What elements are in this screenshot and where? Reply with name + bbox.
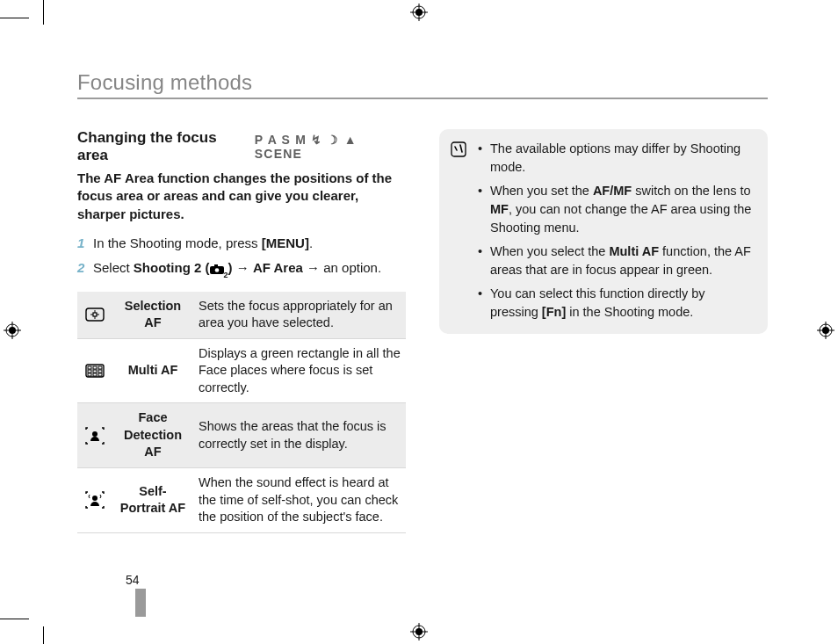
crop-mark xyxy=(43,626,44,644)
steps-list: 1In the Shooting mode, press [MENU].2Sel… xyxy=(77,234,406,281)
svg-rect-27 xyxy=(93,366,97,369)
step-number: 1 xyxy=(77,234,84,253)
crop-mark xyxy=(43,0,44,25)
option-desc: Sets the focus appropriately for an area… xyxy=(193,292,406,339)
svg-rect-34 xyxy=(98,373,102,376)
page-tab-marker xyxy=(135,589,146,617)
face-detection-af-icon xyxy=(85,427,105,445)
table-row: Multi AF Displays a green rectangle in a… xyxy=(77,338,406,403)
option-desc: Displays a green rectangle in all the Fa… xyxy=(193,338,406,403)
option-name: Face Detection AF xyxy=(112,403,193,468)
svg-point-36 xyxy=(92,496,98,501)
page-number: 54 xyxy=(126,573,140,587)
registration-mark-icon xyxy=(410,4,428,21)
step-number: 2 xyxy=(77,258,84,278)
camera-icon: 2 xyxy=(210,260,228,281)
svg-rect-33 xyxy=(93,373,97,376)
note-item: When you select the Multi AF function, t… xyxy=(478,242,754,279)
svg-rect-28 xyxy=(98,366,102,369)
mode-icons: P A S M ↯ ☽ ▲ SCENE xyxy=(255,133,406,161)
svg-rect-37 xyxy=(452,142,466,156)
svg-rect-26 xyxy=(88,366,91,369)
note-item: You can select this function directly by… xyxy=(478,285,754,322)
note-item: When you set the AF/MF switch on the len… xyxy=(478,182,754,237)
option-name: Self-Portrait AF xyxy=(112,468,193,533)
step-item: 1In the Shooting mode, press [MENU]. xyxy=(77,234,406,253)
option-name: Multi AF xyxy=(112,338,193,403)
svg-rect-17 xyxy=(214,264,218,267)
left-column: Changing the focus area P A S M ↯ ☽ ▲ SC… xyxy=(77,129,406,533)
option-desc: Shows the areas that the focus is correc… xyxy=(193,403,406,468)
af-options-table: Selection AF Sets the focus appropriatel… xyxy=(77,292,406,533)
svg-rect-20 xyxy=(93,313,97,316)
svg-point-18 xyxy=(214,268,219,272)
svg-rect-29 xyxy=(88,370,91,373)
selection-af-icon xyxy=(85,308,105,322)
svg-rect-31 xyxy=(98,370,102,373)
registration-mark-icon xyxy=(410,623,428,640)
crop-mark xyxy=(0,18,29,18)
svg-rect-32 xyxy=(88,373,91,376)
multi-af-icon xyxy=(85,364,105,378)
table-row: Face Detection AF Shows the areas that t… xyxy=(77,403,406,468)
table-row: Selection AF Sets the focus appropriatel… xyxy=(77,292,406,339)
option-desc: When the sound effect is heard at the ti… xyxy=(193,468,406,533)
step-item: 2Select Shooting 2 (2) → AF Area → an op… xyxy=(77,258,406,281)
svg-rect-30 xyxy=(93,370,97,373)
note-icon xyxy=(450,141,467,163)
right-column: The available options may differ by Shoo… xyxy=(439,129,768,533)
table-row: Self-Portrait AF When the sound effect i… xyxy=(77,468,406,533)
section-heading: Changing the focus area xyxy=(77,129,248,164)
intro-text: The AF Area function changes the positio… xyxy=(77,170,406,223)
svg-point-35 xyxy=(92,431,98,437)
option-name: Selection AF xyxy=(112,292,193,339)
self-portrait-af-icon xyxy=(85,490,105,510)
page-title: Focusing methods xyxy=(77,70,768,99)
registration-mark-icon xyxy=(817,322,834,339)
registration-mark-icon xyxy=(4,322,21,339)
note-item: The available options may differ by Shoo… xyxy=(478,140,754,177)
crop-mark xyxy=(0,619,29,619)
note-box: The available options may differ by Shoo… xyxy=(439,129,768,334)
